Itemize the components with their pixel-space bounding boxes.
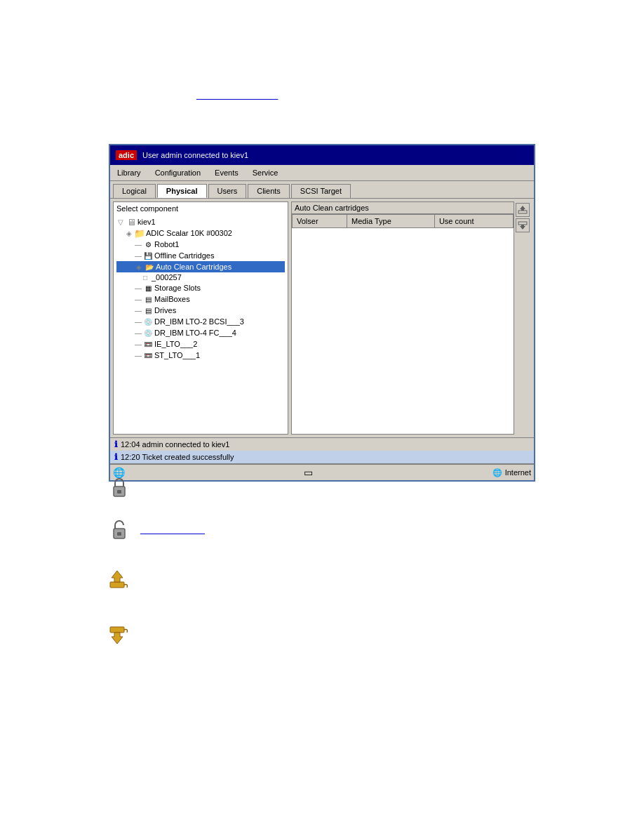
storage-icon: ▦ [143,283,153,293]
top-link[interactable]: ___________________ [196,91,278,100]
app-window: adic User admin connected to kiev1 Libra… [109,144,535,482]
browser-bar: 🌐 ▭ 🌐 Internet [110,463,534,480]
connector: ▽ [118,218,125,226]
import-hand-icon [109,569,130,590]
connector: — [135,340,142,348]
tab-physical[interactable]: Physical [157,184,207,198]
lock-down-icon [109,519,130,541]
internet-globe-icon: 🌐 [492,468,502,477]
tab-users[interactable]: Users [208,184,247,198]
svg-marker-12 [112,633,123,644]
drive-lto2-icon: 💿 [143,317,153,326]
connector: — [135,284,142,292]
node-label-mailboxes: MailBoxes [154,295,190,303]
menu-events[interactable]: Events [208,166,246,179]
ie-icon: 📼 [143,339,153,349]
lock-closed-icon [109,477,129,499]
right-section: Auto Clean cartridges Volser Media Type … [291,201,531,435]
robot-icon: ⚙ [143,239,153,249]
node-label-adic: ADIC Scalar 10K #00302 [146,229,232,237]
title-text: User admin connected to kiev1 [142,151,248,159]
bottom-link[interactable]: _______________ [140,526,205,534]
import-icon [518,205,528,215]
import-button[interactable] [516,203,530,217]
svg-rect-0 [518,211,527,213]
drives-icon: ▤ [143,305,153,315]
content-area: Select component ▽ 🖥 kiev1 ◈ 📁 ADIC Scal… [110,199,534,437]
tree-node-st-lto1[interactable]: — 📼 ST_LTO___1 [116,350,285,361]
tree-node-mailboxes[interactable]: — ▤ MailBoxes [116,293,285,305]
node-label-robot1: Robot1 [154,240,179,249]
folder-icon: 📁 [135,228,145,238]
node-label-dr-ibm-lto2: DR_IBM LTO-2 BCSI___3 [154,317,244,326]
tab-scsi-target[interactable]: SCSI Target [291,184,351,198]
svg-marker-4 [520,225,525,230]
tree-node-ie-lto2[interactable]: — 📼 IE_LTO___2 [116,338,285,350]
title-bar: adic User admin connected to kiev1 [110,145,534,165]
hand-import-icon [109,568,130,590]
lock-up-container [109,477,130,498]
tree-view: ▽ 🖥 kiev1 ◈ 📁 ADIC Scalar 10K #00302 — ⚙ [115,215,286,362]
node-label-offline: Offline Cartridges [154,251,214,260]
data-table: Volser Media Type Use count [292,214,514,228]
offline-icon: 💾 [143,251,153,260]
app-logo: adic [116,150,137,160]
right-toolbar [514,201,531,435]
node-label-autoclean: Auto Clean Cartridges [156,263,232,271]
tree-node-slot000257[interactable]: □ _000257 [116,272,285,282]
right-panel-header: Auto Clean cartridges [292,202,514,214]
menu-service[interactable]: Service [246,166,286,179]
tree-node-adic-scalar[interactable]: ◈ 📁 ADIC Scalar 10K #00302 [116,227,285,239]
status-text-2: 12:20 Ticket created successfully [121,453,234,461]
col-use-count: Use count [434,215,513,228]
server-icon: 🖥 [126,217,136,227]
connector: ◈ [126,230,133,237]
connector: — [135,329,142,337]
tree-node-autoclean[interactable]: ◈ 📂 Auto Clean Cartridges [116,261,285,272]
menu-bar: Library Configuration Events Service [110,165,534,181]
tree-node-dr-ibm-lto4[interactable]: — 💿 DR_IBM LTO-4 FC___4 [116,327,285,338]
internet-text: Internet [505,468,531,477]
st-icon: 📼 [143,350,153,360]
col-media-type: Media Type [347,215,435,228]
tab-logical[interactable]: Logical [113,184,156,198]
hand-export-icon [109,624,130,647]
tree-node-dr-ibm-lto2[interactable]: — 💿 DR_IBM LTO-2 BCSI___3 [116,316,285,327]
tree-node-drives[interactable]: — ▤ Drives [116,305,285,316]
connector: □ [143,274,150,282]
lock-down-container: _______________ [109,519,205,541]
export-hand-icon [109,625,130,646]
right-panel: Auto Clean cartridges Volser Media Type … [291,201,514,435]
tree-node-kiev1[interactable]: ▽ 🖥 kiev1 [116,216,285,227]
status-text-1: 12:04 admin connected to kiev1 [121,440,229,449]
lock-up-icon [109,477,130,498]
browser-center-indicator: ▭ [304,467,313,478]
status-row-2: ℹ 12:20 Ticket created successfully [110,451,534,463]
node-label-ie-lto2: IE_LTO___2 [154,340,197,348]
svg-marker-1 [520,206,525,211]
connector: — [135,252,142,260]
menu-library[interactable]: Library [110,166,148,179]
connector: — [135,352,142,359]
tree-node-robot1[interactable]: — ⚙ Robot1 [116,239,285,250]
internet-label: 🌐 Internet [492,468,531,477]
connector: — [135,307,142,315]
export-button[interactable] [516,218,530,232]
node-label-kiev1: kiev1 [137,218,156,226]
connector: — [135,241,142,249]
left-panel: Select component ▽ 🖥 kiev1 ◈ 📁 ADIC Scal… [113,201,288,435]
status-icon-2: ℹ [114,452,118,462]
menu-configuration[interactable]: Configuration [148,166,208,179]
col-volser: Volser [293,215,347,228]
tree-node-offline[interactable]: — 💾 Offline Cartridges [116,250,285,261]
tree-node-storage-slots[interactable]: — ▦ Storage Slots [116,282,285,293]
node-label-storage: Storage Slots [154,284,201,292]
status-icon-1: ℹ [114,439,118,449]
lock-open-icon [109,519,129,541]
autoclean-icon: 📂 [145,262,154,272]
left-panel-label: Select component [115,204,286,213]
svg-marker-10 [112,571,123,582]
tab-clients[interactable]: Clients [248,184,290,198]
node-label-slot: _000257 [152,273,182,282]
svg-rect-3 [518,222,527,225]
